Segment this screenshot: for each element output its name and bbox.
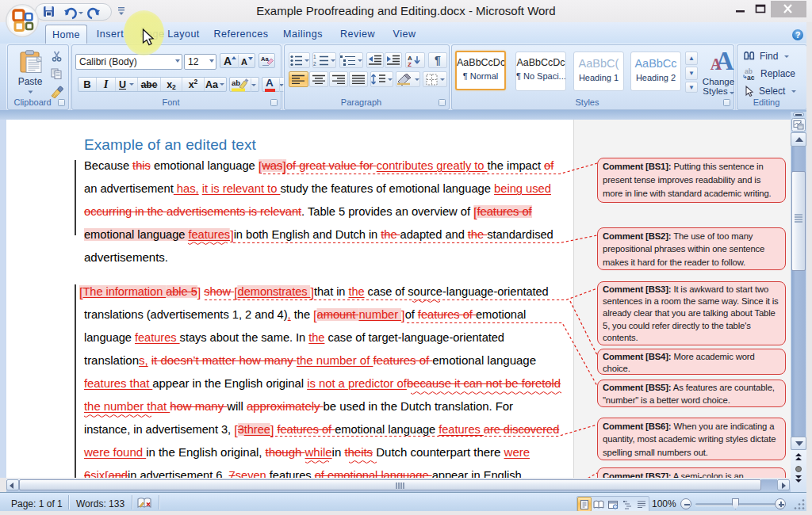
svg-text:1: 1 (313, 55, 316, 59)
svg-text:Z: Z (408, 61, 412, 67)
svg-text:ab: ab (232, 78, 240, 87)
svg-text:ac: ac (747, 73, 755, 80)
svg-text:2: 2 (313, 61, 316, 66)
